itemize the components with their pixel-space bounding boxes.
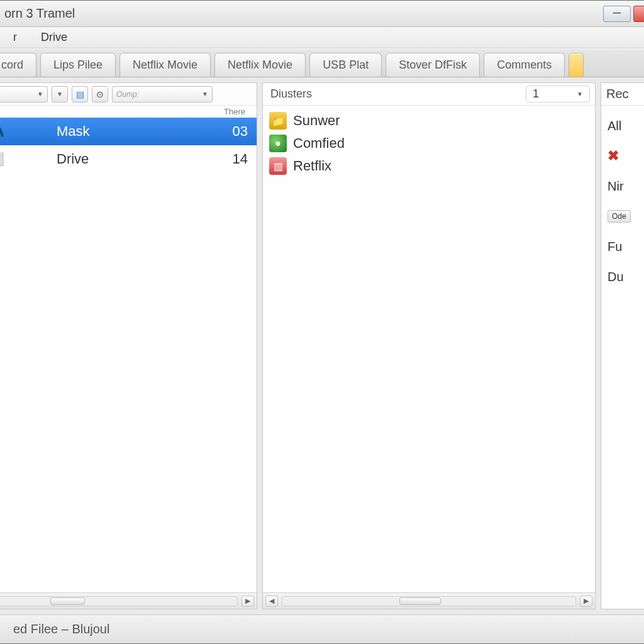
right-body: All ✖ Nir Ode Fu Du — [601, 106, 644, 609]
list-item-name: Drive — [6, 151, 210, 167]
left-combo-2[interactable]: Oump: ▼ — [112, 86, 213, 103]
tab-cord[interactable]: cord — [0, 53, 36, 77]
tab-netflix-2[interactable]: Netflix Movie — [214, 53, 306, 77]
combo-2-label: Oump: — [116, 90, 139, 99]
list-item-label: Comfied — [293, 135, 345, 152]
left-list: 🧥 Mask 03 ⬜ Drive 14 — [0, 118, 257, 592]
list-item[interactable]: ● Comfied — [268, 132, 590, 155]
right-line-fu[interactable]: Fu — [608, 231, 644, 262]
mask-icon: 🧥 — [0, 124, 6, 139]
chevron-down-icon: ▼ — [202, 91, 208, 97]
globe-icon: ● — [269, 135, 287, 152]
titlebar: orn 3 Tramel 一 ✕ — [0, 1, 644, 27]
ode-button[interactable]: Ode — [608, 210, 631, 223]
right-line-button: Ode — [608, 201, 644, 231]
tab-extra[interactable] — [569, 53, 584, 77]
scroll-track[interactable] — [0, 596, 238, 606]
target-icon: ⊙ — [96, 89, 104, 99]
left-column-header: There — [0, 106, 257, 118]
right-label: Nir — [608, 179, 624, 194]
close-button[interactable]: ✕ — [633, 6, 644, 22]
right-line-nir[interactable]: Nir — [608, 171, 644, 201]
left-toolbar: ▼ ▼ ▤ ⊙ Oump: ▼ — [0, 83, 257, 106]
list-item[interactable]: ⬜ Drive 14 — [0, 145, 257, 173]
middle-select[interactable]: 1 ▼ — [526, 86, 590, 103]
menubar: r Drive — [0, 27, 644, 48]
middle-panel: Diusters 1 ▼ 📁 Sunwer ● Comfied ▥ Retfli… — [262, 82, 596, 609]
right-line-x[interactable]: ✖ — [608, 141, 644, 171]
there-column-label: There — [224, 107, 245, 116]
list-item-name: Mask — [6, 123, 210, 140]
tab-comments[interactable]: Comments — [484, 53, 565, 77]
statusbar: ed Filee – Blujoul — [0, 614, 644, 643]
list-item[interactable]: 🧥 Mask 03 — [0, 118, 257, 145]
chevron-down-icon: ▼ — [37, 91, 43, 97]
left-panel: ▼ ▼ ▤ ⊙ Oump: ▼ There 🧥 Mask 03 — [0, 82, 257, 609]
right-label: All — [608, 119, 621, 133]
middle-list: 📁 Sunwer ● Comfied ▥ Retflix — [263, 106, 595, 592]
list-item-label: Sunwer — [293, 113, 340, 129]
tab-usb[interactable]: USB Plat — [309, 53, 382, 77]
status-text: ed Filee – Blujoul — [0, 622, 109, 636]
scroll-right-arrow[interactable]: ▶ — [242, 596, 254, 607]
right-panel-title: Rec — [601, 83, 644, 106]
menu-item-0[interactable]: r — [0, 28, 23, 47]
middle-toolbar: Diusters 1 ▼ — [263, 83, 595, 106]
drive-icon: ⬜ — [0, 152, 6, 167]
toolbar-icon-button[interactable]: ▤ — [72, 86, 88, 103]
scroll-track[interactable] — [282, 596, 576, 606]
main-body: ▼ ▼ ▤ ⊙ Oump: ▼ There 🧥 Mask 03 — [0, 77, 644, 614]
tabbar: cord Lips Pilee Netflix Movie Netflix Mo… — [0, 48, 644, 77]
list-item[interactable]: ▥ Retflix — [268, 155, 590, 177]
scroll-right-arrow[interactable]: ▶ — [580, 596, 592, 607]
folder-badge-icon: 📁 — [269, 112, 287, 130]
right-label: Du — [608, 270, 624, 284]
tab-netflix-1[interactable]: Netflix Movie — [119, 53, 211, 77]
right-panel: Rec All ✖ Nir Ode Fu Du — [601, 82, 644, 609]
menu-item-drive[interactable]: Drive — [35, 28, 74, 47]
tab-lips[interactable]: Lips Pilee — [40, 53, 116, 77]
monitor-icon: ▤ — [76, 89, 84, 99]
scroll-thumb[interactable] — [50, 597, 85, 605]
left-hscrollbar[interactable]: ▶ — [0, 592, 257, 609]
middle-hscrollbar[interactable]: ◀ ▶ — [263, 592, 595, 609]
middle-select-value: 1 — [533, 87, 539, 101]
list-item-value: 14 — [210, 151, 248, 167]
window-title: orn 3 Tramel — [0, 6, 75, 21]
left-combo-1[interactable]: ▼ — [0, 86, 48, 103]
list-item-label: Retflix — [293, 158, 331, 174]
list-item[interactable]: 📁 Sunwer — [268, 109, 590, 132]
history-back-button[interactable]: ▼ — [52, 86, 68, 103]
document-icon: ▥ — [269, 157, 287, 175]
list-item-value: 03 — [210, 123, 248, 140]
middle-title: Diusters — [268, 87, 312, 101]
toolbar-target-button[interactable]: ⊙ — [92, 86, 108, 103]
minimize-icon: 一 — [613, 8, 621, 19]
scroll-thumb[interactable] — [399, 597, 440, 605]
chevron-down-icon: ▼ — [577, 91, 583, 97]
scroll-left-arrow[interactable]: ◀ — [265, 596, 278, 607]
window-controls: 一 ✕ — [603, 6, 644, 22]
right-line-du[interactable]: Du — [608, 262, 644, 292]
tab-stover[interactable]: Stover DfFisk — [386, 53, 480, 77]
right-line-all[interactable]: All — [608, 111, 644, 141]
app-window: orn 3 Tramel 一 ✕ r Drive cord Lips Pilee… — [0, 0, 644, 644]
chevron-down-icon: ▼ — [57, 91, 63, 97]
minimize-button[interactable]: 一 — [603, 6, 631, 22]
right-label: Fu — [608, 240, 622, 254]
x-icon: ✖ — [608, 148, 625, 164]
